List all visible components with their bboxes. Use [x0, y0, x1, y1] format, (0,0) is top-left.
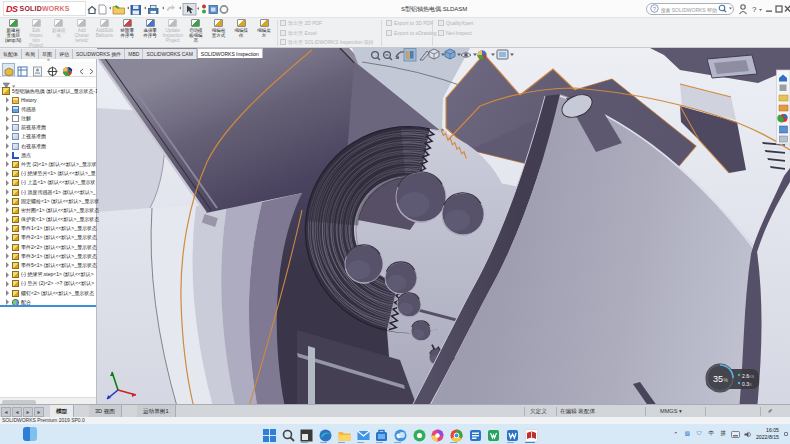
svg-text:%: % — [724, 377, 729, 383]
svg-text:?: ? — [752, 5, 757, 14]
svg-text:35: 35 — [713, 374, 723, 384]
svg-text:2.6KB: 2.6KB — [742, 373, 755, 379]
svg-text:?: ? — [653, 6, 657, 12]
svg-text:0.3B: 0.3B — [742, 381, 752, 387]
